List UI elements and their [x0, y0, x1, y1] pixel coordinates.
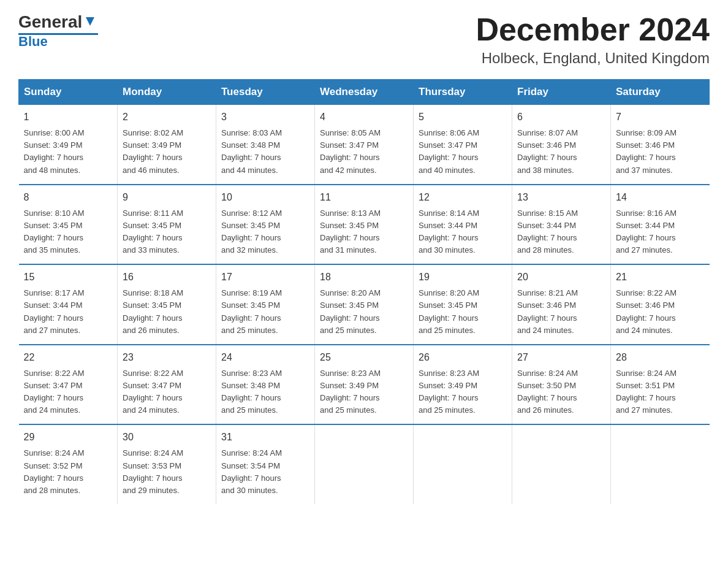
- calendar-cell: 13Sunrise: 8:15 AM Sunset: 3:44 PM Dayli…: [512, 185, 611, 265]
- day-number: 8: [24, 190, 113, 205]
- day-number: 4: [320, 110, 408, 124]
- calendar-cell: 6Sunrise: 8:07 AM Sunset: 3:46 PM Daylig…: [512, 105, 611, 185]
- calendar-header-row: SundayMondayTuesdayWednesdayThursdayFrid…: [19, 80, 710, 105]
- day-number: 2: [123, 110, 211, 124]
- day-info: Sunrise: 8:17 AM Sunset: 3:44 PM Dayligh…: [24, 287, 113, 337]
- calendar-cell: 30Sunrise: 8:24 AM Sunset: 3:53 PM Dayli…: [118, 424, 216, 504]
- day-info: Sunrise: 8:16 AM Sunset: 3:44 PM Dayligh…: [616, 207, 705, 257]
- day-number: 29: [24, 430, 113, 445]
- calendar-cell: 20Sunrise: 8:21 AM Sunset: 3:46 PM Dayli…: [512, 264, 611, 345]
- calendar-cell: 11Sunrise: 8:13 AM Sunset: 3:45 PM Dayli…: [315, 185, 414, 265]
- day-info: Sunrise: 8:13 AM Sunset: 3:45 PM Dayligh…: [320, 207, 408, 257]
- svg-marker-0: [86, 17, 94, 26]
- calendar-table: SundayMondayTuesdayWednesdayThursdayFrid…: [18, 79, 710, 504]
- calendar-cell: 7Sunrise: 8:09 AM Sunset: 3:46 PM Daylig…: [611, 105, 710, 185]
- day-info: Sunrise: 8:22 AM Sunset: 3:46 PM Dayligh…: [616, 287, 705, 337]
- day-info: Sunrise: 8:19 AM Sunset: 3:45 PM Dayligh…: [221, 287, 309, 337]
- day-number: 9: [123, 190, 211, 205]
- calendar-cell: 8Sunrise: 8:10 AM Sunset: 3:45 PM Daylig…: [19, 185, 118, 265]
- day-info: Sunrise: 8:23 AM Sunset: 3:49 PM Dayligh…: [419, 367, 507, 417]
- calendar-week-row: 15Sunrise: 8:17 AM Sunset: 3:44 PM Dayli…: [19, 264, 710, 345]
- day-number: 13: [517, 190, 605, 205]
- day-info: Sunrise: 8:24 AM Sunset: 3:54 PM Dayligh…: [221, 447, 309, 497]
- day-info: Sunrise: 8:20 AM Sunset: 3:45 PM Dayligh…: [419, 287, 507, 337]
- day-number: 16: [123, 270, 211, 285]
- day-info: Sunrise: 8:11 AM Sunset: 3:45 PM Dayligh…: [123, 207, 211, 257]
- day-number: 3: [221, 110, 309, 124]
- calendar-cell: 12Sunrise: 8:14 AM Sunset: 3:44 PM Dayli…: [414, 185, 512, 265]
- calendar-cell: 23Sunrise: 8:22 AM Sunset: 3:47 PM Dayli…: [118, 345, 216, 425]
- column-header-sunday: Sunday: [19, 80, 118, 105]
- day-number: 1: [24, 110, 113, 124]
- calendar-cell: 21Sunrise: 8:22 AM Sunset: 3:46 PM Dayli…: [611, 264, 710, 345]
- day-number: 10: [221, 190, 309, 205]
- calendar-week-row: 22Sunrise: 8:22 AM Sunset: 3:47 PM Dayli…: [19, 345, 710, 425]
- logo-text-blue: Blue: [18, 34, 48, 50]
- page-subtitle: Holbeck, England, United Kingdom: [476, 50, 710, 67]
- column-header-friday: Friday: [512, 80, 611, 105]
- calendar-cell: 1Sunrise: 8:00 AM Sunset: 3:49 PM Daylig…: [19, 105, 118, 185]
- day-number: 20: [517, 270, 605, 285]
- calendar-cell: 26Sunrise: 8:23 AM Sunset: 3:49 PM Dayli…: [414, 345, 512, 425]
- day-info: Sunrise: 8:06 AM Sunset: 3:47 PM Dayligh…: [419, 127, 507, 177]
- title-area: December 2024 Holbeck, England, United K…: [476, 12, 710, 67]
- day-info: Sunrise: 8:15 AM Sunset: 3:44 PM Dayligh…: [517, 207, 605, 257]
- calendar-cell: 18Sunrise: 8:20 AM Sunset: 3:45 PM Dayli…: [315, 264, 414, 345]
- day-info: Sunrise: 8:03 AM Sunset: 3:48 PM Dayligh…: [221, 127, 309, 177]
- day-info: Sunrise: 8:23 AM Sunset: 3:49 PM Dayligh…: [320, 367, 408, 417]
- calendar-cell: 14Sunrise: 8:16 AM Sunset: 3:44 PM Dayli…: [611, 185, 710, 265]
- calendar-cell: [315, 424, 414, 504]
- calendar-cell: 9Sunrise: 8:11 AM Sunset: 3:45 PM Daylig…: [118, 185, 216, 265]
- calendar-cell: 15Sunrise: 8:17 AM Sunset: 3:44 PM Dayli…: [19, 264, 118, 345]
- day-number: 17: [221, 270, 309, 285]
- day-number: 15: [24, 270, 113, 285]
- day-info: Sunrise: 8:07 AM Sunset: 3:46 PM Dayligh…: [517, 127, 605, 177]
- day-number: 24: [221, 350, 309, 365]
- day-info: Sunrise: 8:05 AM Sunset: 3:47 PM Dayligh…: [320, 127, 408, 177]
- day-info: Sunrise: 8:18 AM Sunset: 3:45 PM Dayligh…: [123, 287, 211, 337]
- day-number: 11: [320, 190, 408, 205]
- calendar-cell: [512, 424, 611, 504]
- column-header-monday: Monday: [118, 80, 216, 105]
- page-title: December 2024: [476, 12, 710, 47]
- calendar-cell: 3Sunrise: 8:03 AM Sunset: 3:48 PM Daylig…: [216, 105, 315, 185]
- calendar-cell: 4Sunrise: 8:05 AM Sunset: 3:47 PM Daylig…: [315, 105, 414, 185]
- day-info: Sunrise: 8:21 AM Sunset: 3:46 PM Dayligh…: [517, 287, 605, 337]
- page-header: General Blue December 2024 Holbeck, Engl…: [18, 12, 710, 67]
- day-info: Sunrise: 8:00 AM Sunset: 3:49 PM Dayligh…: [24, 127, 113, 177]
- day-info: Sunrise: 8:24 AM Sunset: 3:50 PM Dayligh…: [517, 367, 605, 417]
- day-number: 31: [221, 430, 309, 445]
- calendar-cell: 2Sunrise: 8:02 AM Sunset: 3:49 PM Daylig…: [118, 105, 216, 185]
- day-info: Sunrise: 8:10 AM Sunset: 3:45 PM Dayligh…: [24, 207, 113, 257]
- day-number: 27: [517, 350, 605, 365]
- calendar-cell: 24Sunrise: 8:23 AM Sunset: 3:48 PM Dayli…: [216, 345, 315, 425]
- calendar-cell: 29Sunrise: 8:24 AM Sunset: 3:52 PM Dayli…: [19, 424, 118, 504]
- calendar-cell: [611, 424, 710, 504]
- calendar-cell: 25Sunrise: 8:23 AM Sunset: 3:49 PM Dayli…: [315, 345, 414, 425]
- day-info: Sunrise: 8:02 AM Sunset: 3:49 PM Dayligh…: [123, 127, 211, 177]
- day-number: 18: [320, 270, 408, 285]
- day-number: 26: [419, 350, 507, 365]
- day-number: 7: [616, 110, 705, 124]
- day-number: 25: [320, 350, 408, 365]
- column-header-thursday: Thursday: [414, 80, 512, 105]
- day-number: 23: [123, 350, 211, 365]
- calendar-cell: 5Sunrise: 8:06 AM Sunset: 3:47 PM Daylig…: [414, 105, 512, 185]
- calendar-cell: 28Sunrise: 8:24 AM Sunset: 3:51 PM Dayli…: [611, 345, 710, 425]
- day-number: 5: [419, 110, 507, 124]
- column-header-wednesday: Wednesday: [315, 80, 414, 105]
- day-info: Sunrise: 8:09 AM Sunset: 3:46 PM Dayligh…: [616, 127, 705, 177]
- day-info: Sunrise: 8:12 AM Sunset: 3:45 PM Dayligh…: [221, 207, 309, 257]
- calendar-week-row: 1Sunrise: 8:00 AM Sunset: 3:49 PM Daylig…: [19, 105, 710, 185]
- day-number: 30: [123, 430, 211, 445]
- calendar-cell: 10Sunrise: 8:12 AM Sunset: 3:45 PM Dayli…: [216, 185, 315, 265]
- calendar-cell: 27Sunrise: 8:24 AM Sunset: 3:50 PM Dayli…: [512, 345, 611, 425]
- calendar-cell: 22Sunrise: 8:22 AM Sunset: 3:47 PM Dayli…: [19, 345, 118, 425]
- day-info: Sunrise: 8:24 AM Sunset: 3:51 PM Dayligh…: [616, 367, 705, 417]
- calendar-cell: 16Sunrise: 8:18 AM Sunset: 3:45 PM Dayli…: [118, 264, 216, 345]
- calendar-cell: [414, 424, 512, 504]
- day-number: 12: [419, 190, 507, 205]
- logo-text-general: General: [18, 12, 82, 32]
- day-info: Sunrise: 8:20 AM Sunset: 3:45 PM Dayligh…: [320, 287, 408, 337]
- day-info: Sunrise: 8:14 AM Sunset: 3:44 PM Dayligh…: [419, 207, 507, 257]
